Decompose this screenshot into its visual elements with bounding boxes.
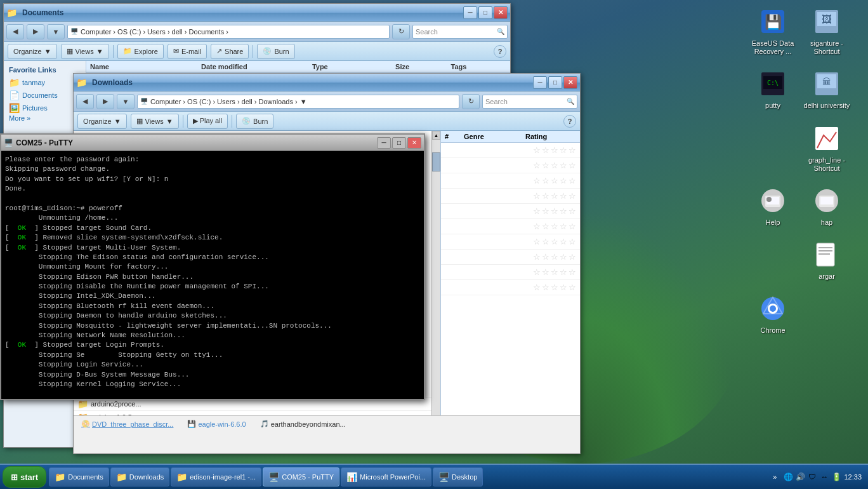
downloads-organize-btn[interactable]: Organize ▼ — [77, 114, 127, 129]
downloads-refresh-btn[interactable]: ↻ — [462, 94, 480, 109]
path-dropdown-btn[interactable]: ▼ — [300, 98, 307, 105]
documents-views-btn[interactable]: ▦ Views ▼ — [61, 44, 109, 59]
stars-1[interactable]: ☆☆☆☆☆ — [533, 145, 576, 155]
taskbar-downloads[interactable]: 📁 Downloads — [110, 467, 169, 486]
documents-close-btn[interactable]: ✕ — [494, 6, 508, 19]
desktop-icon-siganture[interactable]: 🖼 siganture - Shortcut — [801, 6, 852, 56]
documents-forward-btn[interactable]: ▶ — [27, 24, 44, 39]
stars-3[interactable]: ☆☆☆☆☆ — [533, 176, 576, 185]
desktop-icon-graph[interactable]: graph_line - Shortcut — [801, 123, 852, 173]
documents-path[interactable]: 🖥️ Computer › OS (C:) › Users › dell › D… — [67, 25, 390, 39]
documents-email-btn[interactable]: ✉ E-mail — [168, 44, 207, 59]
downloads-titlebar[interactable]: 📁 Downloads ─ □ ✕ — [74, 74, 580, 91]
eagle-name: eagle-win-6.6.0 — [198, 420, 246, 428]
music-row-2: ☆☆☆☆☆ — [441, 158, 580, 173]
downloads-scrollbar[interactable]: ▲ ▼ — [431, 131, 440, 451]
desktop-icons-area: 💾 EaseUS Data Recovery ... 🖼 siganture -… — [741, 0, 868, 351]
tray-icon-antivirus[interactable]: 🛡 — [807, 472, 817, 482]
desktop-icon-hap[interactable]: hap — [801, 185, 852, 227]
stars-5[interactable]: ☆☆☆☆☆ — [533, 206, 576, 216]
putty-close-btn[interactable]: ✕ — [407, 137, 421, 149]
downloads-back-btn[interactable]: ◀ — [76, 94, 94, 109]
sidebar-pictures[interactable]: 🖼️ Pictures — [9, 102, 81, 114]
stars-7[interactable]: ☆☆☆☆☆ — [533, 237, 576, 246]
taskbar-putty-icon: 🖥️ — [268, 472, 279, 482]
taskbar-show-more[interactable]: » — [770, 473, 779, 481]
col-name-header[interactable]: Name — [90, 63, 201, 70]
downloads-search[interactable]: Search 🔍 — [482, 95, 577, 109]
documents-share-btn[interactable]: ↗ Share — [211, 44, 249, 59]
downloads-close-btn[interactable]: ✕ — [563, 76, 577, 89]
taskbar-desktop[interactable]: 🖥️ Desktop — [433, 467, 483, 486]
desktop-icon-chrome[interactable]: Chrome — [747, 293, 798, 335]
favorite-links-section: Favorite Links 📁 tanmay 📄 Documents 🖼️ P… — [9, 66, 81, 122]
documents-burn-btn[interactable]: 💿 Burn — [257, 44, 294, 59]
taskbar-powerpoint[interactable]: 📊 Microsoft PowerPoi... — [341, 467, 431, 486]
documents-title: Documents — [20, 8, 463, 17]
documents-explore-btn[interactable]: 📁 Explore — [117, 44, 164, 59]
tray-icon-battery[interactable]: 🔋 — [831, 472, 841, 482]
putty-titlebar[interactable]: 🖥️ COM25 - PuTTY ─ □ ✕ — [1, 135, 424, 151]
col-date-header[interactable]: Date modified — [201, 63, 312, 70]
documents-organize-btn[interactable]: Organize ▼ — [8, 44, 57, 59]
file-partial-dvd[interactable]: 📀 DVD_three_phase_discr... — [77, 419, 177, 430]
desktop-icon-easeus[interactable]: 💾 EaseUS Data Recovery ... — [747, 6, 798, 56]
downloads-help-btn[interactable]: ? — [563, 115, 576, 128]
downloads-forward-btn[interactable]: ▶ — [96, 94, 114, 109]
col-size-header[interactable]: Size — [395, 63, 450, 70]
dl-organize-label: Organize — [83, 117, 112, 125]
stars-9[interactable]: ☆☆☆☆☆ — [533, 267, 576, 277]
documents-titlebar[interactable]: 📁 Documents ─ □ ✕ — [4, 4, 510, 22]
scroll-up-btn[interactable]: ▲ — [432, 131, 440, 140]
sidebar-more[interactable]: More » — [9, 114, 81, 122]
downloads-maximize-btn[interactable]: □ — [548, 76, 562, 89]
start-button[interactable]: ⊞ start — [3, 466, 46, 488]
tray-icon-sound[interactable]: 🔊 — [795, 472, 805, 482]
taskbar-documents[interactable]: 📁 Documents — [49, 467, 109, 486]
documents-refresh-btn[interactable]: ↻ — [392, 24, 410, 39]
stars-2[interactable]: ☆☆☆☆☆ — [533, 161, 576, 170]
col-tags-header[interactable]: Tags — [451, 63, 506, 70]
stars-6[interactable]: ☆☆☆☆☆ — [533, 222, 576, 231]
file-partial-earth[interactable]: 🎵 earthandbeyondmixan... — [256, 419, 350, 430]
documents-maximize-btn[interactable]: □ — [478, 6, 492, 19]
col-type-header[interactable]: Type — [312, 63, 395, 70]
documents-minimize-btn[interactable]: ─ — [463, 6, 477, 19]
downloads-recent-btn[interactable]: ▼ — [117, 94, 135, 109]
downloads-path[interactable]: 🖥️ Computer › OS (C:) › Users › dell › D… — [137, 95, 459, 109]
sidebar-documents[interactable]: 📄 Documents — [9, 89, 81, 102]
taskbar-edison[interactable]: 📁 edison-image-rel1 -... — [171, 467, 261, 486]
putty-content[interactable]: Please enter the password again: Skippin… — [1, 151, 424, 399]
taskbar-desktop-label: Desktop — [452, 473, 477, 481]
desktop-icon-delhi[interactable]: 🏛 delhi university — [801, 69, 852, 110]
documents-search[interactable]: Search 🔍 — [412, 25, 508, 39]
sidebar-tanmay[interactable]: 📁 tanmay — [9, 76, 81, 89]
downloads-views-btn[interactable]: ▦ Views ▼ — [131, 114, 179, 129]
file-partial-eagle[interactable]: 💾 eagle-win-6.6.0 — [183, 419, 249, 430]
desktop-icon-putty[interactable]: C:\ putty — [747, 69, 798, 110]
downloads-play-all-btn[interactable]: ▶ Play all — [187, 114, 228, 129]
help-icon — [758, 185, 788, 216]
downloads-burn-btn[interactable]: 💿 Burn — [236, 114, 273, 129]
desktop-icon-help[interactable]: Help — [747, 185, 798, 227]
downloads-minimize-btn[interactable]: ─ — [533, 76, 547, 89]
tray-icon-network[interactable]: 🌐 — [783, 472, 793, 482]
tray-icon-sync[interactable]: ↔ — [819, 472, 829, 482]
documents-recent-btn[interactable]: ▼ — [47, 24, 65, 39]
svg-text:🏛: 🏛 — [822, 77, 831, 87]
stars-10[interactable]: ☆☆☆☆☆ — [533, 283, 576, 292]
stars-4[interactable]: ☆☆☆☆☆ — [533, 191, 576, 201]
documents-back-btn[interactable]: ◀ — [6, 24, 24, 39]
putty-minimize-btn[interactable]: ─ — [377, 137, 391, 149]
taskbar-putty[interactable]: 🖥️ COM25 - PuTTY — [263, 467, 339, 486]
stars-8[interactable]: ☆☆☆☆☆ — [533, 252, 576, 262]
documents-help-btn[interactable]: ? — [494, 45, 506, 58]
svg-text:🖼: 🖼 — [822, 14, 832, 25]
chrome-label: Chrome — [760, 326, 785, 335]
scroll-thumb[interactable] — [432, 152, 440, 171]
explore-label: Explore — [135, 48, 158, 55]
svg-text:C:\: C:\ — [767, 79, 779, 86]
file-list-header: Name Date modified Type Size Tags — [86, 61, 510, 73]
putty-maximize-btn[interactable]: □ — [392, 137, 406, 149]
desktop-icon-argar[interactable]: argar — [801, 239, 852, 281]
